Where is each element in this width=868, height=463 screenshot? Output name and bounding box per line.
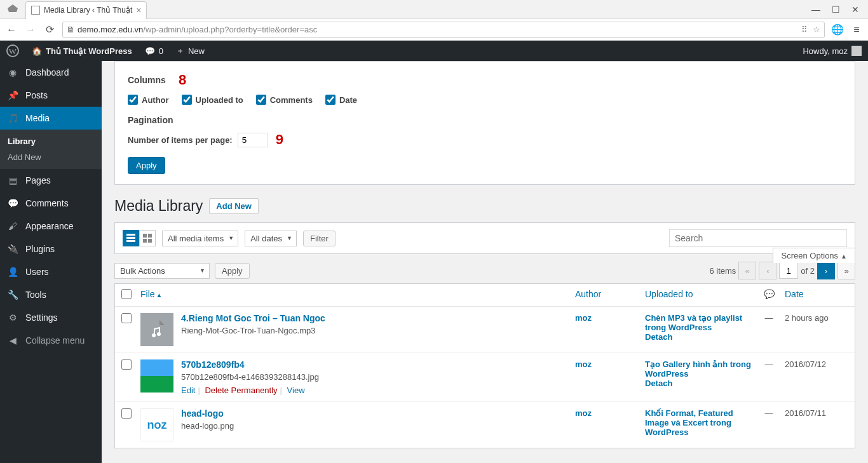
row-checkbox[interactable] — [121, 408, 132, 419]
col-uploaded[interactable]: Uploaded to — [645, 289, 753, 301]
new-link[interactable]: ＋ New — [170, 41, 211, 61]
star-icon[interactable]: ☆ — [813, 25, 820, 34]
media-title[interactable]: 570b12e809fb4 — [181, 359, 319, 370]
row-checkbox[interactable] — [121, 313, 132, 323]
select-all-checkbox[interactable] — [121, 289, 132, 299]
brush-icon: 🖌 — [6, 220, 19, 232]
apply-button[interactable]: Apply — [128, 157, 165, 174]
close-window-icon[interactable]: ✕ — [851, 4, 859, 15]
sidebar-item-dashboard[interactable]: ◉Dashboard — [0, 61, 102, 84]
media-title[interactable]: head-logo — [181, 408, 234, 419]
search-input[interactable] — [669, 229, 847, 247]
checkbox[interactable] — [182, 95, 192, 105]
svg-rect-3 — [126, 237, 135, 239]
filter-button[interactable]: Filter — [303, 231, 336, 246]
site-link[interactable]: 🏠 Thủ Thuật WordPress — [25, 41, 139, 61]
translate-icon[interactable]: ⠿ — [801, 25, 808, 34]
site-name: Thủ Thuật WordPress — [46, 46, 132, 56]
globe-icon[interactable]: 🌐 — [831, 23, 844, 36]
collapse-menu[interactable]: ◀Collapse menu — [0, 329, 102, 352]
next-page-button[interactable]: › — [817, 262, 835, 279]
admin-sidebar: ◉Dashboard 📌Posts 🎵Media Library Add New… — [0, 61, 102, 463]
sidebar-item-pages[interactable]: ▤Pages — [0, 169, 102, 192]
view-link[interactable]: View — [287, 386, 305, 395]
grid-view-toggle[interactable] — [139, 230, 156, 246]
submenu-library[interactable]: Library — [0, 133, 102, 149]
sidebar-item-settings[interactable]: ⚙Settings — [0, 306, 102, 329]
sidebar-item-label: Comments — [25, 198, 69, 208]
media-icon: 🎵 — [6, 112, 19, 124]
uploaded-to-link[interactable]: Tạo Gallery hình ảnh trong WordPress — [645, 359, 751, 379]
sidebar-item-tools[interactable]: 🔧Tools — [0, 283, 102, 306]
url-input[interactable]: 🗎 demo.moz.edu.vn/wp-admin/upload.php?or… — [62, 22, 825, 38]
checkbox[interactable] — [325, 95, 336, 105]
uploaded-to-link[interactable]: Chèn MP3 và tạo playlist trong WordPress — [645, 313, 742, 332]
back-icon[interactable]: ← — [5, 24, 18, 36]
tablenav-top: Bulk Actions Apply 6 items « ‹ of 2 › » — [102, 262, 868, 283]
sidebar-item-users[interactable]: 👤Users — [0, 260, 102, 283]
col-date[interactable]: Date — [785, 289, 848, 301]
screen-options-toggle[interactable]: Screen Options▲ — [773, 248, 855, 263]
menu-icon[interactable]: ≡ — [850, 24, 863, 36]
table-row: noz head-logo head-logo.png moz Khối For… — [115, 402, 855, 448]
sidebar-item-appearance[interactable]: 🖌Appearance — [0, 215, 102, 238]
detach-link[interactable]: Detach — [645, 332, 753, 342]
checkbox[interactable] — [128, 95, 138, 105]
tab-title: Media Library ‹ Thủ Thuật — [44, 6, 132, 15]
sidebar-item-posts[interactable]: 📌Posts — [0, 84, 102, 107]
media-title[interactable]: 4.Rieng Mot Goc Troi – Tuan Ngoc — [181, 313, 325, 323]
date-select[interactable]: All dates — [245, 231, 297, 246]
checkbox-label: Uploaded to — [196, 95, 243, 105]
submenu-add-new[interactable]: Add New — [0, 149, 102, 165]
col-author[interactable]: Author — [575, 289, 645, 301]
col-author-checkbox[interactable]: Author — [128, 95, 169, 105]
col-comments-checkbox[interactable]: Comments — [256, 95, 313, 105]
howdy[interactable]: Howdy, moz — [803, 46, 868, 56]
current-page-input[interactable] — [779, 262, 798, 279]
list-view-toggle[interactable] — [123, 230, 139, 246]
media-submenu: Library Add New — [0, 130, 102, 169]
sidebar-item-media[interactable]: 🎵Media — [0, 107, 102, 130]
col-file[interactable]: File▲ — [140, 289, 575, 301]
forward-icon[interactable]: → — [24, 24, 37, 36]
author-link[interactable]: moz — [575, 359, 645, 395]
last-page-button[interactable]: » — [837, 262, 855, 279]
bulk-apply-button[interactable]: Apply — [215, 263, 250, 279]
new-label: New — [188, 46, 205, 56]
first-page-button[interactable]: « — [738, 262, 756, 279]
sidebar-item-comments[interactable]: 💬Comments — [0, 192, 102, 215]
col-date-checkbox[interactable]: Date — [325, 95, 357, 105]
browser-tab[interactable]: Media Library ‹ Thủ Thuật × — [25, 1, 147, 19]
wp-logo[interactable]: W — [0, 41, 25, 61]
tab-close-icon[interactable]: × — [136, 5, 141, 15]
add-new-button[interactable]: Add New — [209, 198, 259, 214]
svg-rect-7 — [143, 239, 147, 243]
uploaded-to-link[interactable]: Khối Format, Featured Image và Excert tr… — [645, 408, 733, 437]
svg-rect-8 — [148, 239, 152, 243]
sidebar-item-label: Posts — [25, 90, 48, 100]
detach-link[interactable]: Detach — [645, 379, 753, 388]
minimize-icon[interactable]: — — [811, 4, 820, 15]
col-comments[interactable]: 💬 — [753, 289, 785, 301]
sidebar-item-label: Users — [25, 267, 49, 277]
col-uploaded-checkbox[interactable]: Uploaded to — [182, 95, 243, 105]
media-type-select[interactable]: All media items — [162, 231, 238, 246]
address-bar: ← → ⟳ 🗎 demo.moz.edu.vn/wp-admin/upload.… — [0, 19, 868, 41]
items-per-page-input[interactable] — [238, 133, 268, 147]
checkbox[interactable] — [256, 95, 266, 105]
author-link[interactable]: moz — [575, 408, 645, 441]
audio-thumb-icon — [140, 313, 173, 346]
reload-icon[interactable]: ⟳ — [43, 23, 56, 36]
comments-link[interactable]: 💬 0 — [139, 41, 170, 61]
sidebar-item-plugins[interactable]: 🔌Plugins — [0, 238, 102, 260]
delete-link[interactable]: Delete Permanently — [205, 386, 277, 395]
row-checkbox[interactable] — [121, 359, 132, 370]
annotation-9: 9 — [276, 131, 283, 148]
edit-link[interactable]: Edit — [181, 386, 195, 395]
prev-page-button[interactable]: ‹ — [759, 262, 776, 279]
bulk-actions-select[interactable]: Bulk Actions — [114, 263, 210, 279]
image-thumb: noz — [140, 408, 173, 441]
author-link[interactable]: moz — [575, 313, 645, 346]
maximize-icon[interactable]: ☐ — [832, 4, 840, 15]
sidebar-item-label: Media — [25, 113, 50, 123]
